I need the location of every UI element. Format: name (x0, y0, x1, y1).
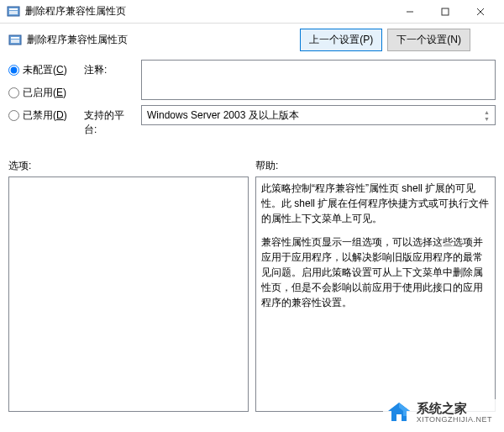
config-area: 未配置(C) 已启用(E) 已禁用(D) 注释: 支持的平台: Windows … (0, 60, 504, 137)
help-label: 帮助: (255, 159, 496, 173)
watermark-url: XITONGZHIJIA.NET (417, 416, 492, 424)
prev-setting-button[interactable]: 上一个设置(P) (300, 29, 382, 51)
radio-not-configured-label: 未配置(C) (23, 63, 67, 77)
comment-field[interactable] (141, 60, 496, 100)
window-controls (393, 2, 497, 22)
help-box: 此策略控制“程序兼容性”属性页 shell 扩展的可见性。此 shell 扩展在… (255, 176, 496, 412)
radio-not-configured-input[interactable] (8, 65, 19, 76)
svg-rect-9 (11, 40, 19, 43)
supported-platform-field: Windows Server 2003 及以上版本 ▲▼ (141, 105, 496, 125)
radio-disabled[interactable]: 已禁用(D) (8, 108, 76, 123)
lower-section: 选项: 帮助: 此策略控制“程序兼容性”属性页 shell 扩展的可见性。此 s… (0, 152, 504, 412)
radio-enabled-input[interactable] (8, 87, 19, 98)
options-label: 选项: (8, 159, 249, 173)
policy-icon (8, 34, 22, 47)
scroll-arrows-icon[interactable]: ▲▼ (484, 109, 490, 122)
watermark: 系统之家 XITONGZHIJIA.NET (383, 399, 496, 427)
svg-rect-1 (9, 8, 18, 10)
svg-rect-2 (9, 11, 18, 14)
titlebar-title: 删除程序兼容性属性页 (25, 4, 126, 18)
close-button[interactable] (464, 2, 497, 22)
help-paragraph-1: 此策略控制“程序兼容性”属性页 shell 扩展的可见性。此 shell 扩展在… (261, 181, 490, 226)
maximize-button[interactable] (428, 2, 462, 22)
radio-not-configured[interactable]: 未配置(C) (8, 63, 76, 77)
titlebar: 删除程序兼容性属性页 (0, 0, 504, 24)
header-title: 删除程序兼容性属性页 (27, 33, 128, 47)
watermark-title: 系统之家 (417, 402, 492, 416)
help-paragraph-2: 兼容性属性页显示一组选项，可以选择这些选项并应用于应用程序，以解决影响旧版应用程… (261, 234, 490, 310)
supported-platform-value: Windows Server 2003 及以上版本 (147, 108, 299, 123)
radio-disabled-label: 已禁用(D) (23, 108, 67, 123)
svg-rect-8 (11, 37, 19, 39)
app-icon (7, 5, 20, 18)
radio-enabled[interactable]: 已启用(E) (8, 86, 76, 100)
options-box (8, 176, 249, 412)
watermark-logo-icon (386, 401, 412, 425)
radio-disabled-input[interactable] (8, 110, 19, 121)
svg-rect-4 (442, 8, 449, 15)
radio-enabled-label: 已启用(E) (23, 86, 66, 100)
next-setting-button[interactable]: 下一个设置(N) (387, 29, 470, 51)
minimize-button[interactable] (393, 2, 427, 22)
state-radio-group: 未配置(C) 已启用(E) 已禁用(D) (8, 60, 76, 137)
header-row: 删除程序兼容性属性页 上一个设置(P) 下一个设置(N) (0, 24, 504, 60)
comment-label: 注释: (84, 60, 134, 100)
platform-label: 支持的平台: (84, 105, 134, 137)
